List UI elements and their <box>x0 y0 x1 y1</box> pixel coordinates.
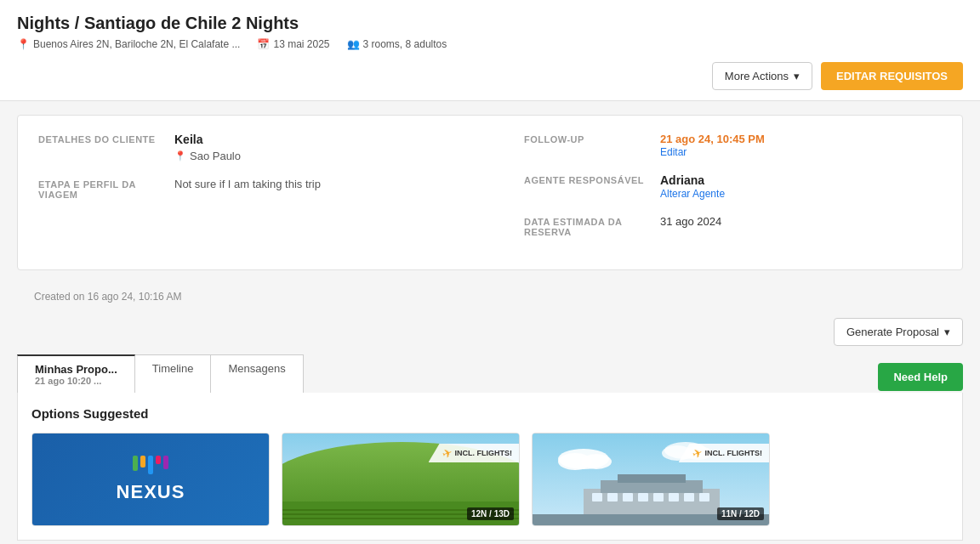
tabs-list: Minhas Propo... 21 ago 10:20 ... Timelin… <box>17 354 304 393</box>
tab-minhas-sublabel: 21 ago 10:20 ... <box>35 376 117 386</box>
header-section: Nights / Santiago de Chile 2 Nights 📍 Bu… <box>0 0 980 101</box>
generate-row: Generate Proposal ▾ <box>0 309 980 354</box>
stage-value: Not sure if I am taking this trip <box>174 178 321 190</box>
followup-value: 21 ago 24, 10:45 PM Editar <box>660 133 765 158</box>
info-grid: DETALHES DO CLIENTE Keila 📍 Sao Paulo ET… <box>38 133 942 252</box>
customer-city: Sao Paulo <box>190 150 241 162</box>
location-meta: 📍 Buenos Aires 2N, Bariloche 2N, El Cala… <box>17 38 240 50</box>
location-pin-icon: 📍 <box>17 38 30 50</box>
generate-proposal-chevron-icon: ▾ <box>944 326 950 338</box>
agent-row: AGENTE RESPONSÁVEL Adriana Alterar Agent… <box>524 173 942 200</box>
customer-row: DETALHES DO CLIENTE Keila 📍 Sao Paulo <box>38 133 490 162</box>
nexus-bar-purple <box>163 456 168 469</box>
date-meta: 📅 13 mai 2025 <box>257 38 329 50</box>
people-icon: 👥 <box>347 38 360 50</box>
nexus-brand-text: NEXUS <box>117 481 185 503</box>
svg-rect-20 <box>653 493 664 502</box>
svg-rect-23 <box>699 493 709 502</box>
option-card-vineyard[interactable]: ✈ INCL. FLIGHTS! 12N / 13D <box>282 433 520 526</box>
need-help-button[interactable]: Need Help <box>878 363 963 391</box>
right-col: FOLLOW-UP 21 ago 24, 10:45 PM Editar AGE… <box>490 133 942 252</box>
generate-proposal-label: Generate Proposal <box>846 326 939 338</box>
svg-rect-19 <box>638 493 648 502</box>
agent-change-link[interactable]: Alterar Agente <box>660 188 725 200</box>
agent-value: Adriana Alterar Agente <box>660 173 725 200</box>
incl-flights-text-airport: INCL. FLIGHTS! <box>705 449 763 457</box>
svg-rect-18 <box>623 493 633 502</box>
more-actions-label: More Actions <box>725 70 789 82</box>
followup-date: 21 ago 24, 10:45 PM <box>660 133 765 145</box>
page-container: Nights / Santiago de Chile 2 Nights 📍 Bu… <box>0 0 980 541</box>
tab-mensagens-label: Mensagens <box>228 362 285 375</box>
incl-flights-badge-vineyard: ✈ INCL. FLIGHTS! <box>429 444 520 462</box>
option-card-nexus[interactable]: NEXUS <box>31 433 270 526</box>
svg-rect-16 <box>592 493 602 502</box>
tab-timeline[interactable]: Timeline <box>135 354 212 393</box>
generate-proposal-button[interactable]: Generate Proposal ▾ <box>834 318 963 346</box>
nexus-bar-green <box>133 456 138 471</box>
tabs-section: Minhas Propo... 21 ago 10:20 ... Timelin… <box>17 354 963 393</box>
options-grid: NEXUS <box>31 433 949 526</box>
tab-minhas-label: Minhas Propo... <box>35 363 117 376</box>
nights-badge-airport: 11N / 12D <box>717 507 764 520</box>
edit-requisitos-button[interactable]: EDITAR REQUISITOS <box>821 62 963 90</box>
calendar-icon: 📅 <box>257 38 270 50</box>
booking-date-row: DATA ESTIMADA DA RESERVA 31 ago 2024 <box>524 215 942 237</box>
page-title: Nights / Santiago de Chile 2 Nights <box>17 14 963 33</box>
booking-date-label: DATA ESTIMADA DA RESERVA <box>524 215 660 237</box>
meta-row: 📍 Buenos Aires 2N, Bariloche 2N, El Cala… <box>17 38 963 50</box>
incl-flights-badge-airport: ✈ INCL. FLIGHTS! <box>679 444 770 462</box>
followup-row: FOLLOW-UP 21 ago 24, 10:45 PM Editar <box>524 133 942 158</box>
nexus-bars <box>117 456 185 474</box>
tab-minhas[interactable]: Minhas Propo... 21 ago 10:20 ... <box>17 354 135 393</box>
customer-location: 📍 Sao Paulo <box>174 150 241 162</box>
left-col: DETALHES DO CLIENTE Keila 📍 Sao Paulo ET… <box>38 133 490 252</box>
stage-row: ETAPA E PERFIL DA VIAGEM Not sure if I a… <box>38 178 490 200</box>
svg-rect-21 <box>669 493 679 502</box>
date-text: 13 mai 2025 <box>273 38 329 50</box>
svg-point-9 <box>581 454 612 469</box>
card-img-airport: ✈ INCL. FLIGHTS! 11N / 12D <box>533 434 769 525</box>
tab-mensagens[interactable]: Mensagens <box>211 354 303 393</box>
created-on: Created on 16 ago 24, 10:16 AM <box>0 284 980 309</box>
card-img-vineyard: ✈ INCL. FLIGHTS! 12N / 13D <box>282 434 519 525</box>
tab-timeline-label: Timeline <box>152 362 194 375</box>
rooms-meta: 👥 3 rooms, 8 adultos <box>347 38 447 50</box>
agent-label: AGENTE RESPONSÁVEL <box>524 173 660 185</box>
card-img-nexus: NEXUS <box>32 434 269 525</box>
nexus-bar-blue <box>148 456 153 474</box>
customer-name: Keila <box>174 133 241 146</box>
customer-value: Keila 📍 Sao Paulo <box>174 133 241 162</box>
location-text: Buenos Aires 2N, Bariloche 2N, El Calafa… <box>33 38 240 50</box>
nexus-bar-orange <box>140 456 145 468</box>
followup-edit-link[interactable]: Editar <box>660 146 687 158</box>
svg-rect-22 <box>684 493 694 502</box>
options-section: Options Suggested NEXUS <box>17 393 963 541</box>
booking-date-value: 31 ago 2024 <box>660 215 721 228</box>
more-actions-chevron-icon: ▾ <box>794 70 800 82</box>
plane-icon-airport: ✈ <box>690 445 704 461</box>
loc-pin-icon: 📍 <box>174 150 186 162</box>
incl-flights-text-vineyard: INCL. FLIGHTS! <box>455 449 513 457</box>
action-buttons: More Actions ▾ EDITAR REQUISITOS <box>17 62 963 90</box>
nexus-bar-pink <box>156 456 161 464</box>
agent-name: Adriana <box>660 173 725 187</box>
followup-label: FOLLOW-UP <box>524 133 660 144</box>
more-actions-button[interactable]: More Actions ▾ <box>712 62 812 90</box>
tabs-row: Minhas Propo... 21 ago 10:20 ... Timelin… <box>17 354 963 393</box>
svg-rect-15 <box>618 474 686 483</box>
stage-label: ETAPA E PERFIL DA VIAGEM <box>38 178 174 200</box>
options-title: Options Suggested <box>31 406 949 421</box>
nexus-logo: NEXUS <box>117 456 185 503</box>
nights-badge-vineyard: 12N / 13D <box>467 507 514 520</box>
info-card: DETALHES DO CLIENTE Keila 📍 Sao Paulo ET… <box>17 115 963 270</box>
rooms-text: 3 rooms, 8 adultos <box>363 38 447 50</box>
customer-label: DETALHES DO CLIENTE <box>38 133 174 144</box>
svg-rect-17 <box>607 493 618 502</box>
plane-icon-vineyard: ✈ <box>440 445 454 461</box>
option-card-airport[interactable]: ✈ INCL. FLIGHTS! 11N / 12D <box>532 433 770 526</box>
